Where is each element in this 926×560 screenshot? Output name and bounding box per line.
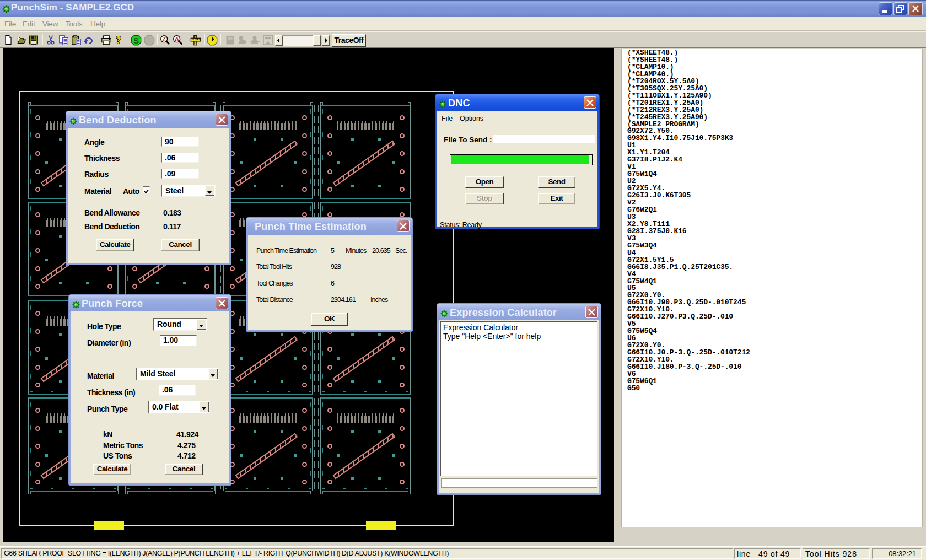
- svg-text:S: S: [133, 36, 139, 45]
- svg-text:Z: Z: [162, 36, 166, 42]
- svg-text:A: A: [175, 36, 179, 42]
- svg-text:?: ?: [116, 35, 121, 46]
